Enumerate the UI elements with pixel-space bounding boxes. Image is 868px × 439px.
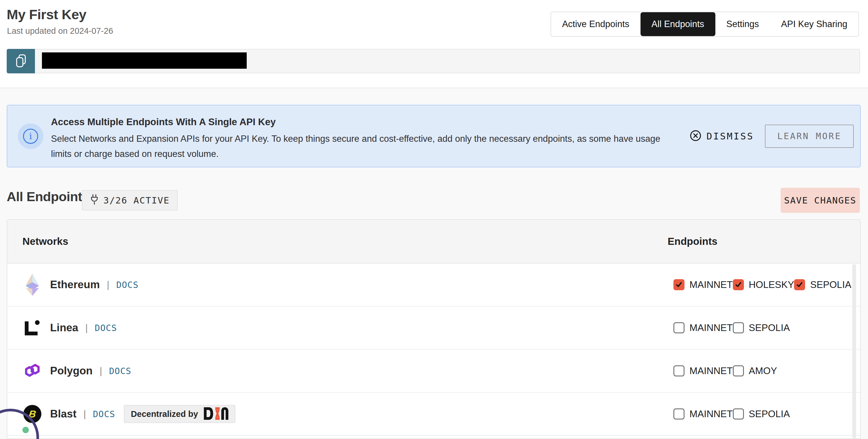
tab-group: Active Endpoints All Endpoints Settings … [551, 12, 859, 37]
checkbox-unchecked-sepolia[interactable] [733, 322, 744, 333]
endpoint-option-mainnet: MAINNET [674, 322, 733, 333]
endpoint-option-sepolia: SEPOLIA [733, 322, 791, 333]
din-logo [203, 407, 228, 421]
checkbox-unchecked-amoy[interactable] [733, 365, 744, 376]
copy-key-button[interactable] [7, 49, 35, 73]
endpoint-option-mainnet: MAINNET [674, 279, 733, 290]
table-row-ethereum: Ethereum | DOCS MAINNETHOLESKYSEPOLIA [7, 264, 860, 307]
plug-icon [90, 194, 99, 207]
checkbox-unchecked-sepolia[interactable] [733, 408, 744, 419]
endpoint-options: MAINNETSEPOLIA [674, 393, 791, 435]
network-name: Linea [50, 322, 79, 334]
endpoint-option-amoy: AMOY [733, 365, 791, 376]
endpoint-options: MAINNETHOLESKYSEPOLIA [674, 264, 852, 306]
tab-active-endpoints[interactable]: Active Endpoints [551, 12, 641, 36]
last-updated-text: Last updated on 2024-07-26 [7, 26, 113, 36]
api-key-page: My First Key Last updated on 2024-07-26 … [0, 0, 868, 439]
save-changes-button[interactable]: SAVE CHANGES [781, 188, 860, 213]
dismiss-label: DISMISS [707, 131, 754, 142]
column-header-networks: Networks [23, 236, 68, 247]
endpoint-options: MAINNETSEPOLIA [674, 307, 791, 349]
table-header: Networks Endpoints [7, 220, 860, 264]
endpoint-label: AMOY [749, 365, 777, 376]
learn-more-button[interactable]: LEARN MORE [765, 125, 854, 148]
separator: | [83, 408, 86, 419]
table-scrollbar[interactable] [852, 264, 856, 438]
endpoint-label: SEPOLIA [749, 322, 790, 333]
page-title: My First Key [7, 6, 86, 23]
polygon-icon [23, 363, 41, 379]
table-row-blast: B Blast | DOCS Decentralized by [7, 393, 860, 436]
checkbox-unchecked-mainnet[interactable] [674, 408, 684, 419]
docs-link-blast[interactable]: DOCS [93, 409, 115, 419]
dismiss-button[interactable]: DISMISS [690, 130, 754, 143]
api-key-bar [7, 49, 860, 73]
banner-text: Access Multiple Endpoints With A Single … [51, 116, 680, 162]
endpoint-options: MAINNETAMOY [674, 350, 791, 392]
endpoint-option-sepolia: SEPOLIA [794, 279, 852, 290]
dismiss-icon [690, 130, 702, 143]
endpoint-label: MAINNET [689, 365, 733, 376]
endpoint-label: MAINNET [689, 279, 733, 290]
endpoint-label: HOLESKY [749, 279, 794, 290]
section-heading: All Endpoints [7, 189, 89, 204]
tab-all-endpoints[interactable]: All Endpoints [641, 12, 715, 36]
banner-description: Select Networks and Expansion APIs for y… [51, 131, 680, 162]
endpoint-option-holesky: HOLESKY [733, 279, 794, 290]
ethereum-icon [23, 273, 41, 297]
endpoint-option-sepolia: SEPOLIA [733, 408, 791, 419]
checkbox-checked-holesky[interactable] [733, 279, 744, 290]
checkbox-unchecked-mainnet[interactable] [674, 365, 684, 376]
online-status-dot [23, 427, 29, 433]
separator: | [107, 279, 110, 290]
linea-icon [23, 319, 41, 336]
endpoint-option-mainnet: MAINNET [674, 365, 733, 376]
active-count-label: 3/26 ACTIVE [103, 195, 169, 205]
endpoints-table: Networks Endpoints Ethereum | [7, 219, 861, 439]
docs-link-linea[interactable]: DOCS [95, 323, 117, 333]
network-name: Blast [50, 408, 76, 420]
copy-icon [15, 54, 27, 68]
banner-actions: DISMISS LEARN MORE [690, 125, 854, 148]
endpoint-label: MAINNET [689, 408, 733, 419]
din-badge: Decentralized by [124, 405, 235, 423]
din-badge-label: Decentralized by [131, 409, 198, 419]
docs-link-ethereum[interactable]: DOCS [116, 280, 138, 290]
tab-settings[interactable]: Settings [715, 12, 770, 36]
separator: | [85, 322, 88, 333]
network-name: Polygon [50, 365, 93, 377]
docs-link-polygon[interactable]: DOCS [109, 366, 131, 376]
table-row-linea: Linea | DOCS MAINNETSEPOLIA [7, 307, 860, 350]
redacted-api-key [42, 53, 247, 69]
checkbox-checked-mainnet[interactable] [674, 279, 684, 290]
banner-title: Access Multiple Endpoints With A Single … [51, 116, 680, 128]
endpoint-option-mainnet: MAINNET [674, 408, 733, 419]
endpoint-label: MAINNET [689, 322, 733, 333]
info-icon: i [18, 124, 43, 149]
table-row-polygon: Polygon | DOCS MAINNETAMOY [7, 350, 860, 393]
endpoint-label: SEPOLIA [810, 279, 851, 290]
endpoint-label: SEPOLIA [749, 408, 790, 419]
checkbox-checked-sepolia[interactable] [794, 279, 805, 290]
column-header-endpoints: Endpoints [668, 236, 717, 247]
network-name: Ethereum [50, 279, 100, 291]
active-count-badge: 3/26 ACTIVE [82, 190, 178, 210]
checkbox-unchecked-mainnet[interactable] [674, 322, 684, 333]
separator: | [100, 365, 102, 376]
info-banner: i Access Multiple Endpoints With A Singl… [7, 105, 861, 167]
tab-api-key-sharing[interactable]: API Key Sharing [770, 12, 858, 36]
